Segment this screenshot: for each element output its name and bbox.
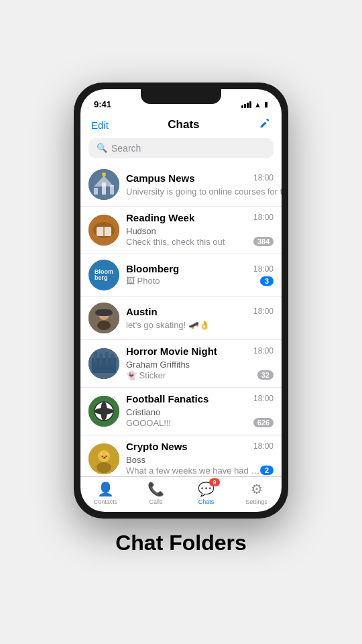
crypto-avatar-icon: 🐱 [88, 443, 119, 474]
chat-preview-bloomberg: 🖼 Photo [126, 276, 160, 286]
chat-item-crypto-news[interactable]: 🐱 Crypto News 18:00 Boss What a few week… [80, 435, 282, 476]
chat-content-campus-news: Campus News 18:00 University is going to… [126, 172, 274, 197]
search-icon: 🔍 [97, 143, 107, 153]
page-footer-title: Chat Folders [115, 531, 247, 555]
avatar-football-fanatics [88, 396, 119, 427]
chat-name-horror-movie-night: Horror Movie Night [126, 345, 217, 357]
nav-header: Edit Chats [80, 115, 282, 138]
chat-item-reading-week[interactable]: Reading Week 18:00 Hudson Check this, ch… [80, 207, 282, 254]
chat-preview-horror-movie-night: 👻 Sticker [126, 370, 166, 380]
edit-button[interactable]: Edit [91, 119, 109, 131]
badge-football-fanatics: 626 [253, 418, 274, 427]
badge-bloomberg: 3 [260, 276, 274, 286]
chat-name-crypto-news: Crypto News [126, 441, 188, 452]
phone-screen: 9:41 ▲ ▮ Edit Chats [80, 89, 282, 512]
search-bar[interactable]: 🔍 Search [88, 138, 274, 158]
calls-icon: 📞 [147, 481, 164, 497]
page-title: Chats [168, 118, 199, 131]
badge-reading-week: 384 [253, 237, 274, 246]
bloomberg-text: Bloomberg [95, 269, 113, 281]
avatar-reading-week [88, 215, 119, 246]
chat-item-football-fanatics[interactable]: Football Fanatics 18:00 Cristiano GOOOAL… [80, 388, 282, 435]
chat-sender-crypto-news: Boss [126, 455, 145, 465]
svg-point-5 [102, 172, 106, 176]
chat-content-reading-week: Reading Week 18:00 Hudson Check this, ch… [126, 212, 274, 248]
svg-text:🐱: 🐱 [99, 451, 109, 461]
nav-item-contacts[interactable]: 👤 Contacts [80, 481, 131, 505]
chat-preview-crypto-news: What a few weeks we have had 📈 [126, 466, 260, 476]
horror-avatar-icon [88, 348, 119, 379]
chat-time-crypto-news: 18:00 [253, 441, 274, 451]
avatar-horror-movie-night [88, 348, 119, 379]
chat-preview-reading-week: Check this, check this out [126, 237, 225, 247]
chat-preview-campus-news: University is going to online courses fo… [126, 186, 282, 197]
svg-rect-16 [94, 352, 97, 365]
svg-rect-13 [95, 309, 113, 316]
nav-item-calls[interactable]: 📞 Calls [131, 481, 181, 505]
chat-item-bloomberg[interactable]: Bloomberg Bloomberg 18:00 🖼 Photo 3 [80, 254, 282, 297]
nav-label-settings: Settings [245, 498, 267, 505]
nav-label-contacts: Contacts [94, 498, 118, 505]
chat-sender-football-fanatics: Cristiano [126, 407, 160, 417]
svg-rect-1 [94, 188, 98, 195]
contacts-icon: 👤 [97, 481, 114, 497]
compose-button[interactable] [259, 117, 271, 133]
chat-sender-reading-week: Hudson [126, 226, 156, 236]
chat-item-horror-movie-night[interactable]: Horror Movie Night 18:00 Graham Griffith… [80, 340, 282, 388]
chat-content-austin: Austin 18:00 let's go skating! 🛹👌 [126, 306, 274, 331]
signal-bars-icon [241, 101, 251, 108]
nav-item-chats[interactable]: 💬 9 Chats [181, 481, 231, 505]
chat-content-football-fanatics: Football Fanatics 18:00 Cristiano GOOOAL… [126, 393, 274, 429]
chat-time-bloomberg: 18:00 [253, 264, 274, 274]
chat-sender-horror-movie-night: Graham Griffiths [126, 360, 190, 370]
badge-crypto-news: 2 [260, 466, 274, 475]
avatar-austin [88, 303, 119, 333]
chat-name-austin: Austin [126, 306, 158, 317]
wifi-icon: ▲ [254, 101, 261, 109]
chat-time-austin: 18:00 [253, 307, 274, 316]
avatar-bloomberg: Bloomberg [88, 260, 119, 290]
svg-rect-17 [99, 354, 103, 366]
nav-label-calls: Calls [149, 498, 162, 505]
badge-horror-movie-night: 32 [257, 370, 274, 380]
football-avatar-icon [88, 396, 119, 427]
settings-icon: ⚙ [251, 481, 263, 497]
chat-time-horror-movie-night: 18:00 [253, 346, 274, 356]
svg-point-23 [95, 408, 113, 415]
austin-avatar-icon [88, 303, 119, 333]
chat-list: Campus News 18:00 University is going to… [80, 164, 282, 476]
campus-avatar-icon [88, 169, 119, 200]
svg-point-12 [97, 321, 111, 330]
compose-icon [259, 117, 271, 129]
chat-name-football-fanatics: Football Fanatics [126, 393, 208, 405]
status-time: 9:41 [94, 99, 111, 109]
chats-badge-wrap: 💬 9 [198, 481, 215, 497]
chat-time-campus-news: 18:00 [253, 173, 274, 182]
notch [141, 89, 221, 104]
battery-icon: ▮ [264, 100, 268, 109]
chat-name-campus-news: Campus News [126, 172, 195, 184]
svg-rect-19 [111, 354, 114, 365]
svg-rect-3 [110, 185, 114, 195]
chat-name-bloomberg: Bloomberg [126, 263, 179, 274]
chat-item-campus-news[interactable]: Campus News 18:00 University is going to… [80, 164, 282, 207]
avatar-campus-news [88, 169, 119, 200]
bottom-nav: 👤 Contacts 📞 Calls 💬 9 Chats ⚙ Settings [80, 476, 282, 512]
chat-content-bloomberg: Bloomberg 18:00 🖼 Photo 3 [126, 263, 274, 287]
status-icons: ▲ ▮ [241, 100, 268, 109]
nav-item-settings[interactable]: ⚙ Settings [231, 481, 282, 505]
svg-point-27 [97, 462, 111, 473]
chat-content-horror-movie-night: Horror Movie Night 18:00 Graham Griffith… [126, 345, 274, 382]
nav-label-chats: Chats [198, 498, 215, 505]
chat-preview-austin: let's go skating! 🛹👌 [126, 320, 210, 330]
chat-item-austin[interactable]: Austin 18:00 let's go skating! 🛹👌 [80, 297, 282, 340]
search-placeholder: Search [111, 143, 141, 154]
avatar-crypto-news: 🐱 [88, 443, 119, 474]
chat-time-reading-week: 18:00 [253, 213, 274, 222]
chat-time-football-fanatics: 18:00 [253, 394, 274, 403]
chat-content-crypto-news: Crypto News 18:00 Boss What a few weeks … [126, 441, 274, 476]
chat-preview-football-fanatics: GOOOAL!!! [126, 418, 171, 428]
phone-shell: 9:41 ▲ ▮ Edit Chats [74, 83, 288, 519]
svg-rect-18 [105, 352, 109, 366]
chat-name-reading-week: Reading Week [126, 212, 194, 223]
